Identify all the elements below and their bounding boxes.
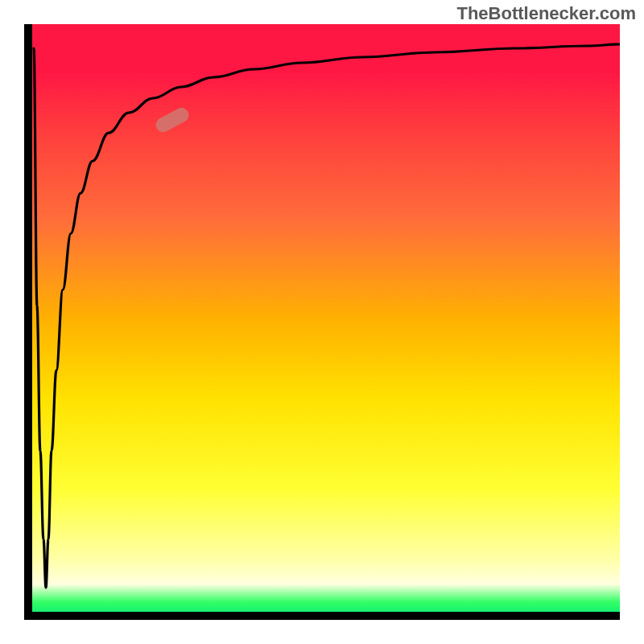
- plot-area: [24, 24, 620, 620]
- chart-stage: TheBottlenecker.com: [0, 0, 644, 644]
- y-axis: [24, 24, 32, 620]
- x-axis: [24, 612, 620, 620]
- watermark-text: TheBottlenecker.com: [456, 3, 636, 24]
